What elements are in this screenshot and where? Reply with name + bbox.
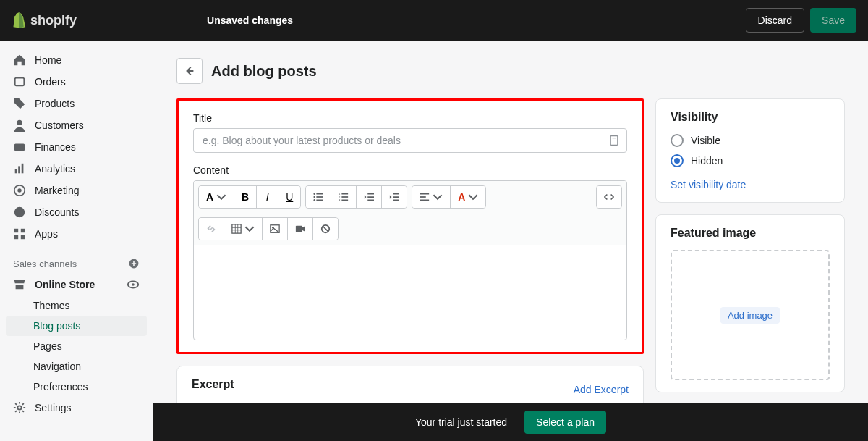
sidebar-item-customers[interactable]: Customers — [6, 114, 147, 136]
clear-icon — [320, 224, 331, 234]
indent-icon — [389, 192, 399, 202]
table-button[interactable] — [224, 218, 263, 240]
svg-rect-0 — [15, 78, 25, 86]
radio-hidden[interactable]: Hidden — [671, 154, 830, 167]
svg-rect-5 — [22, 164, 24, 174]
sales-channels-label: Sales channels — [13, 259, 77, 269]
svg-rect-20 — [317, 193, 323, 195]
sidebar-item-orders[interactable]: Orders — [6, 71, 147, 93]
sub-item-blog-posts[interactable]: Blog posts — [6, 316, 147, 336]
align-button[interactable] — [412, 186, 451, 208]
discount-icon — [13, 206, 26, 219]
svg-point-16 — [17, 406, 21, 409]
radio-visible[interactable]: Visible — [671, 134, 830, 147]
link-button[interactable] — [199, 218, 224, 240]
visibility-card: Visibility Visible Hidden Set visibility… — [655, 98, 845, 203]
sub-item-themes[interactable]: Themes — [6, 295, 147, 316]
main-content: Add blog posts Title Content — [153, 41, 868, 441]
analytics-icon — [13, 162, 26, 175]
svg-rect-34 — [232, 224, 241, 233]
shopify-logo[interactable]: shopify — [12, 12, 77, 28]
svg-point-7 — [17, 188, 21, 192]
title-label: Title — [193, 112, 627, 124]
svg-rect-17 — [610, 136, 618, 146]
html-button[interactable] — [597, 186, 621, 208]
select-plan-button[interactable]: Select a plan — [524, 411, 606, 434]
image-button[interactable] — [263, 218, 288, 240]
sidebar-item-apps[interactable]: Apps — [6, 223, 147, 245]
sidebar-item-label: Online Store — [35, 279, 95, 290]
back-button[interactable] — [176, 58, 203, 84]
image-drop-zone[interactable]: Add image — [671, 250, 830, 380]
sub-item-preferences[interactable]: Preferences — [6, 377, 147, 397]
content-label: Content — [193, 164, 627, 176]
svg-rect-26 — [342, 193, 349, 195]
code-icon — [604, 192, 614, 202]
set-visibility-date-link[interactable]: Set visibility date — [671, 179, 746, 190]
sidebar-item-online-store[interactable]: Online Store — [6, 274, 147, 295]
format-button[interactable]: A — [199, 186, 234, 208]
sidebar-item-home[interactable]: Home — [6, 49, 147, 71]
sidebar-item-analytics[interactable]: Analytics — [6, 158, 147, 180]
discard-button[interactable]: Discard — [746, 8, 804, 33]
gear-icon — [13, 401, 26, 414]
text-color-button[interactable]: A — [451, 186, 485, 208]
eye-icon[interactable] — [127, 278, 140, 291]
sidebar-item-finances[interactable]: Finances — [6, 136, 147, 158]
svg-rect-37 — [296, 226, 302, 232]
svg-point-15 — [132, 283, 135, 286]
chevron-down-icon — [433, 192, 443, 202]
bold-button[interactable]: B — [234, 186, 257, 208]
sidebar-item-label: Orders — [35, 76, 66, 88]
svg-rect-10 — [21, 229, 25, 232]
outdent-button[interactable] — [357, 186, 382, 208]
sidebar-item-products[interactable]: Products — [6, 93, 147, 114]
sidebar-item-label: Home — [35, 54, 61, 66]
svg-rect-9 — [14, 229, 18, 232]
align-icon — [420, 192, 430, 202]
sub-item-pages[interactable]: Pages — [6, 336, 147, 356]
chevron-down-icon — [244, 224, 255, 234]
person-icon — [13, 119, 26, 132]
video-button[interactable] — [288, 218, 313, 240]
topbar: shopify Unsaved changes Discard Save — [0, 0, 868, 41]
chevron-down-icon — [216, 192, 226, 202]
add-image-button[interactable]: Add image — [720, 307, 780, 324]
underline-button[interactable]: U — [278, 186, 300, 208]
sales-channels-header: Sales channels — [6, 245, 147, 274]
indent-button[interactable] — [382, 186, 407, 208]
editor-textarea[interactable] — [194, 245, 626, 340]
sidebar-item-label: Customers — [35, 119, 84, 131]
title-input[interactable] — [193, 128, 627, 153]
number-list-icon: 123 — [339, 192, 349, 202]
image-icon — [270, 224, 280, 234]
svg-rect-24 — [317, 200, 323, 201]
sub-item-navigation[interactable]: Navigation — [6, 356, 147, 377]
orders-icon — [13, 75, 26, 88]
svg-rect-18 — [613, 138, 616, 138]
svg-rect-32 — [420, 196, 426, 198]
svg-rect-33 — [420, 200, 429, 201]
clear-format-button[interactable] — [313, 218, 338, 240]
sidebar-item-discounts[interactable]: Discounts — [6, 201, 147, 223]
sidebar-item-marketing[interactable]: Marketing — [6, 180, 147, 201]
svg-point-19 — [314, 193, 316, 195]
svg-rect-30 — [342, 200, 349, 201]
sidebar-item-settings[interactable]: Settings — [6, 397, 147, 419]
bullet-list-button[interactable] — [306, 186, 331, 208]
plus-circle-icon[interactable] — [128, 258, 140, 269]
svg-rect-28 — [342, 196, 349, 198]
svg-rect-3 — [15, 169, 17, 173]
svg-rect-31 — [420, 193, 429, 195]
svg-point-8 — [14, 207, 25, 217]
apps-icon — [13, 227, 26, 240]
logo-text: shopify — [30, 13, 77, 28]
save-button[interactable]: Save — [810, 8, 856, 33]
italic-button[interactable]: I — [257, 186, 278, 208]
svg-point-1 — [17, 120, 22, 125]
add-excerpt-link[interactable]: Add Excerpt — [574, 384, 629, 395]
sidebar-item-label: Settings — [35, 402, 72, 413]
radio-icon — [671, 134, 684, 147]
number-list-button[interactable]: 123 — [331, 186, 357, 208]
table-icon — [231, 224, 242, 234]
